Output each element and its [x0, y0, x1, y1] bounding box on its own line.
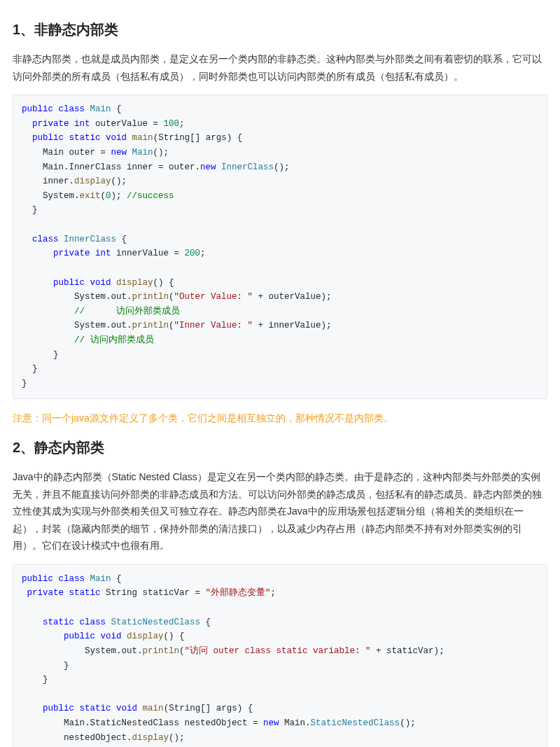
string: "访问 outer class static variable: " — [185, 646, 371, 656]
fn-println: println — [132, 321, 169, 330]
text: ; — [200, 249, 206, 258]
section1-note: 注意：同一个java源文件定义了多个类，它们之间是相互独立的，那种情况不是内部类… — [13, 410, 547, 427]
kw-int: int — [95, 249, 111, 258]
comment-success: //success — [127, 191, 174, 201]
fn-display: display — [74, 176, 111, 186]
num: 200 — [185, 249, 201, 258]
kw-static: static — [69, 588, 101, 598]
fn-exit: exit — [80, 191, 101, 201]
text: (String[] args) { — [164, 704, 253, 713]
text: () { — [153, 278, 174, 288]
text: + outerValue); — [253, 292, 332, 302]
kw-new: new — [111, 148, 127, 158]
type-main: Main — [90, 574, 111, 584]
text: Main. — [279, 718, 311, 728]
brace: { — [200, 617, 211, 627]
type-innerclass: InnerClass — [221, 162, 274, 172]
text: Main.InnerClass inner = outer. — [22, 162, 200, 172]
kw-public: public — [22, 104, 53, 114]
fn-println: println — [143, 646, 180, 656]
section1-paragraph: 非静态内部类，也就是成员内部类，是定义在另一个类内部的非静态类。这种内部类与外部… — [13, 50, 547, 85]
text: } — [22, 205, 38, 215]
text: Main outer = — [22, 148, 111, 158]
brace: { — [116, 235, 127, 244]
type-main: Main — [90, 104, 111, 114]
text: ( — [169, 292, 174, 302]
text: System.out. — [22, 321, 132, 330]
kw-static: static — [43, 617, 74, 627]
text: } — [22, 350, 59, 360]
text: ( — [179, 646, 185, 656]
text: System.out. — [22, 292, 132, 302]
text: } — [22, 675, 48, 685]
kw-public: public — [43, 704, 74, 713]
kw-private: private — [32, 119, 69, 129]
kw-public: public — [32, 133, 64, 143]
kw-int: int — [74, 119, 90, 129]
fn-println: println — [132, 292, 169, 302]
kw-class: class — [32, 235, 59, 244]
fn-main: main — [143, 704, 164, 713]
kw-private: private — [27, 588, 64, 598]
text: inner. — [22, 176, 74, 186]
section2-code-block: public class Main { private static Strin… — [13, 564, 547, 747]
text: () { — [164, 631, 185, 641]
section1-code-block: public class Main { private int outerVal… — [13, 95, 547, 399]
string: "Outer Value: " — [174, 292, 253, 302]
fn-display: display — [132, 733, 169, 743]
kw-void: void — [116, 704, 137, 713]
kw-class: class — [59, 104, 85, 114]
kw-static: static — [69, 133, 101, 143]
kw-new: new — [200, 162, 216, 172]
comment-inner: // 访问内部类成员 — [22, 335, 154, 345]
kw-void: void — [90, 278, 111, 288]
section2-heading: 2、静态内部类 — [13, 436, 547, 459]
kw-private: private — [53, 249, 90, 258]
text: (String[] args) { — [153, 133, 243, 143]
string: "Inner Value: " — [174, 321, 253, 330]
num: 100 — [164, 119, 180, 129]
kw-class: class — [80, 617, 106, 627]
fn-main: main — [132, 133, 153, 143]
text: ); — [111, 191, 127, 201]
fn-display: display — [116, 278, 153, 288]
kw-class: class — [59, 574, 85, 584]
kw-void: void — [101, 631, 122, 641]
type-staticnested: StaticNestedClass — [311, 718, 400, 728]
text: Main.StaticNestedClass nestedObject = — [22, 718, 263, 728]
type-innerclass: InnerClass — [64, 235, 116, 244]
text: } — [22, 661, 69, 671]
text: (); — [153, 148, 169, 158]
text: (); — [274, 162, 290, 172]
string: "外部静态变量" — [206, 588, 271, 598]
brace: { — [111, 574, 122, 584]
text: System.out. — [22, 646, 143, 656]
fn-display: display — [127, 631, 164, 641]
text: + innerValue); — [253, 321, 332, 330]
kw-static: static — [80, 704, 111, 713]
text: String staticVar = — [101, 588, 206, 598]
kw-void: void — [106, 133, 127, 143]
text: innerValue = — [111, 249, 185, 258]
section1-heading: 1、非静态内部类 — [13, 18, 547, 41]
kw-public: public — [22, 574, 53, 584]
text: (); — [111, 176, 127, 186]
text: ( — [169, 321, 174, 330]
section2-paragraph: Java中的静态内部类（Static Nested Class）是定义在另一个类… — [13, 468, 547, 554]
text: ; — [179, 119, 185, 129]
type-main: Main — [132, 148, 153, 158]
text: + staticVar); — [371, 646, 444, 656]
brace: { — [111, 104, 122, 114]
text: } — [22, 364, 38, 374]
text: } — [22, 379, 27, 389]
num: 0 — [106, 191, 111, 201]
kw-public: public — [64, 631, 95, 641]
text: ; — [271, 588, 276, 598]
text: outerValue = — [90, 119, 164, 129]
kw-new: new — [263, 718, 279, 728]
text: nestedObject. — [22, 733, 132, 743]
text: ( — [101, 191, 106, 201]
text: (); — [169, 733, 185, 743]
text: (); — [400, 718, 416, 728]
text: System. — [22, 191, 80, 201]
